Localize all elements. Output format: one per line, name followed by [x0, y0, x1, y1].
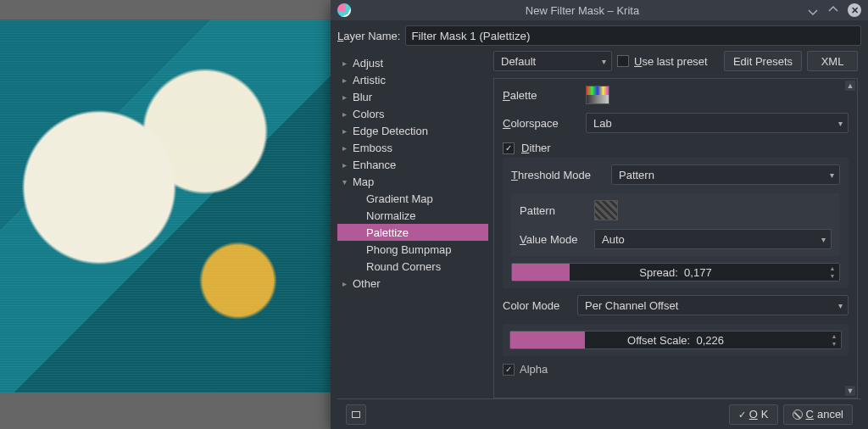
colorspace-combo[interactable]: Lab: [586, 113, 849, 133]
value-mode-combo[interactable]: Auto: [594, 229, 832, 249]
layer-name-input[interactable]: [405, 25, 861, 46]
layer-name-label: Layer Name:: [337, 30, 400, 42]
spread-slider[interactable]: Spread: 0,177 ▲▼: [511, 263, 840, 281]
threshold-mode-combo[interactable]: Pattern: [611, 164, 840, 185]
preview-toggle-button[interactable]: [346, 404, 366, 425]
new-filter-mask-dialog: New Filter Mask – Krita ✕ Layer Name: Ad…: [331, 0, 868, 429]
edit-presets-button[interactable]: Edit Presets: [724, 51, 802, 71]
ok-button[interactable]: OK: [729, 404, 778, 425]
filter-category-tree[interactable]: Adjust Artistic Blur Colors Edge Detecti…: [337, 51, 488, 398]
krita-app-icon: [337, 3, 351, 17]
window-title: New Filter Mask – Krita: [358, 4, 807, 17]
threshold-mode-label: Threshold Mode: [511, 169, 604, 181]
cancel-button[interactable]: Cancel: [783, 404, 853, 425]
spin-up-icon[interactable]: ▲: [828, 332, 840, 340]
tree-item[interactable]: Normalize: [337, 207, 488, 224]
spin-up-icon[interactable]: ▲: [826, 265, 838, 272]
canvas-preview: [0, 20, 331, 393]
tree-item[interactable]: Gradient Map: [337, 190, 488, 207]
palette-swatch-button[interactable]: [586, 86, 609, 104]
color-mode-combo[interactable]: Per Channel Offset: [577, 295, 849, 315]
tree-item[interactable]: Other: [337, 275, 488, 292]
alpha-checkbox[interactable]: ✓: [503, 364, 515, 376]
rectangle-icon: [352, 411, 360, 418]
check-icon: [738, 408, 746, 421]
maximize-icon[interactable]: [827, 4, 839, 16]
value-mode-label: Value Mode: [520, 233, 587, 246]
tree-item[interactable]: Enhance: [337, 156, 488, 173]
dither-group: Threshold Mode Pattern Pattern Value Mod…: [503, 158, 849, 288]
alpha-label: Alpha: [520, 363, 548, 376]
pattern-label: Pattern: [520, 204, 587, 217]
tree-item[interactable]: Emboss: [337, 139, 488, 156]
tree-item-palettize[interactable]: Palettize: [337, 224, 488, 241]
xml-button[interactable]: XML: [807, 51, 858, 71]
color-mode-label: Color Mode: [503, 299, 570, 312]
tree-item[interactable]: Edge Detection: [337, 122, 488, 139]
colorspace-label: Colorspace: [503, 117, 579, 130]
pattern-swatch-button[interactable]: [594, 200, 618, 220]
color-mode-group: Offset Scale: 0,226 ▲▼: [503, 324, 849, 356]
offset-scale-slider[interactable]: Offset Scale: 0,226 ▲▼: [509, 331, 842, 349]
minimize-icon[interactable]: [807, 4, 819, 16]
palette-label: Palette: [503, 89, 579, 102]
cancel-icon: [793, 410, 803, 420]
dither-checkbox[interactable]: ✓: [503, 142, 515, 154]
dither-label: Dither: [521, 142, 551, 154]
tree-item[interactable]: Adjust: [337, 54, 488, 71]
scroll-down-icon[interactable]: ▼: [845, 386, 855, 396]
titlebar: New Filter Mask – Krita ✕: [331, 0, 868, 20]
tree-item[interactable]: Round Corners: [337, 258, 488, 275]
spin-down-icon[interactable]: ▼: [826, 272, 838, 280]
filter-settings-panel: ▲ ▼ Palette Colorspace Lab ✓ Dither: [493, 78, 858, 398]
tree-item[interactable]: Artistic: [337, 71, 488, 88]
spin-down-icon[interactable]: ▼: [828, 340, 840, 348]
tree-item-map[interactable]: Map: [337, 173, 488, 190]
tree-item[interactable]: Colors: [337, 105, 488, 122]
close-icon[interactable]: ✕: [848, 3, 861, 17]
use-last-preset-label: Use last preset: [634, 55, 708, 68]
preset-combo[interactable]: Default: [493, 51, 612, 71]
tree-item[interactable]: Blur: [337, 88, 488, 105]
use-last-preset-checkbox[interactable]: [617, 55, 629, 67]
tree-item[interactable]: Phong Bumpmap: [337, 241, 488, 258]
scroll-up-icon[interactable]: ▲: [845, 81, 855, 91]
